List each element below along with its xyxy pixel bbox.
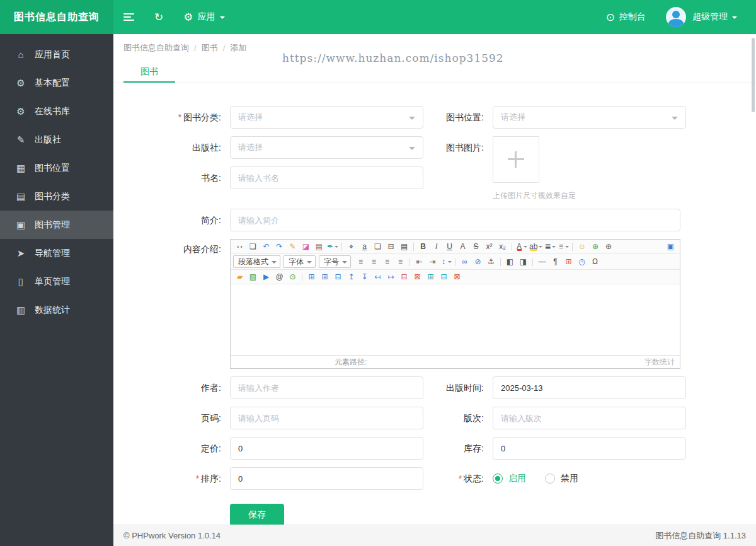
sidebar-item-page-management[interactable]: ▯ 单页管理 [0,267,113,296]
save-button[interactable]: 保存 [230,504,284,525]
category-select[interactable]: 请选择 [230,106,423,129]
scrollbar-thumb[interactable] [752,38,755,112]
image-icon[interactable]: ▧ [246,271,260,282]
breadcrumb-link[interactable]: 图书 [202,42,218,54]
eraser-icon[interactable]: ◪ [299,241,312,252]
intro-input[interactable] [230,209,680,231]
calendar-icon[interactable]: ⊞ [562,256,575,267]
link-icon[interactable]: ∞ [458,256,471,267]
table-prop-icon[interactable]: ⊞ [318,271,331,282]
media-icon[interactable]: ⊛ [588,241,602,252]
bold-icon[interactable]: B [416,241,430,252]
emoji-icon[interactable]: ☺ [575,241,588,252]
insert-col-left-icon[interactable]: ↤ [371,271,384,282]
pub-date-input[interactable] [493,376,686,399]
paragraph-icon[interactable]: ¶ [549,256,562,267]
attach-icon[interactable]: @ [273,271,286,282]
italic-icon[interactable]: I [430,241,443,252]
align-justify-icon[interactable]: ≡ [394,256,407,267]
align-right-icon[interactable]: ≡ [381,256,394,267]
pencil-icon[interactable]: ✎ [286,241,299,252]
sidebar-item-nav-management[interactable]: ➤ 导航管理 [0,239,113,267]
line-height-icon[interactable]: ↕ [439,256,452,267]
insert-row-above-icon[interactable]: ↥ [345,271,358,282]
book-name-input[interactable] [230,166,423,189]
remove-format-icon[interactable]: A [456,241,469,252]
unlink-icon[interactable]: ⊘ [471,256,484,267]
status-radio-enabled[interactable]: 启用 [493,473,526,484]
subscript-icon[interactable]: x₂ [496,241,509,252]
sidebar-item-online-library[interactable]: ⚙ 在线书库 [0,97,113,125]
zoom-icon[interactable]: ⊕ [602,241,615,252]
strikethrough-icon[interactable]: S [469,241,483,252]
clock-icon[interactable]: ◷ [575,256,588,267]
avatar[interactable] [666,7,686,27]
replace-icon[interactable]: a [358,241,371,252]
ordered-list-icon[interactable]: ≣ [543,241,556,252]
indent-icon[interactable]: ⇥ [426,256,439,267]
app-menu[interactable]: ⚙ 应用 [173,0,234,34]
sidebar-item-basic-config[interactable]: ⚙ 基本配置 [0,69,113,97]
omega-icon[interactable]: Ω [588,256,602,267]
editor-format-select[interactable]: 字体 [284,255,316,268]
flash-icon[interactable]: ▰ [233,271,246,282]
editor-format-select[interactable]: 字号 [319,255,351,268]
author-input[interactable] [230,376,423,399]
breadcrumb-link[interactable]: 添加 [230,42,246,54]
sidebar-item-home[interactable]: ⌂ 应用首页 [0,40,113,69]
refresh-button[interactable]: ↻ [144,0,173,34]
console-link[interactable]: ⊙ 控制台 [596,0,656,34]
hr-icon[interactable]: — [536,256,549,267]
image-right-icon[interactable]: ◨ [517,256,530,267]
insert-col-right-icon[interactable]: ↦ [384,271,398,282]
redo-icon[interactable]: ↷ [273,241,286,252]
preview-icon[interactable]: ❏ [246,241,260,252]
tab-book[interactable]: 图书 [123,62,175,83]
anchor-icon[interactable]: ⚓ [484,256,498,267]
sidebar-item-book-management[interactable]: ▣ 图书管理 [0,211,113,239]
sort-input[interactable] [230,467,423,490]
highlight-color-icon[interactable]: ab [528,241,543,252]
sidebar-item-publisher[interactable]: ✎ 出版社 [0,125,113,154]
fullscreen-icon[interactable]: ▣ [664,241,677,252]
superscript-icon[interactable]: x² [483,241,496,252]
outdent-icon[interactable]: ⇤ [413,256,426,267]
sidebar-item-statistics[interactable]: ▥ 数据统计 [0,296,113,324]
format-brush-icon[interactable]: ✒ [326,241,339,252]
publisher-select[interactable]: 请选择 [230,136,423,159]
unordered-list-icon[interactable]: ≡ [556,241,570,252]
breadcrumb-link[interactable]: 图书信息自助查询 [123,42,189,54]
price-input[interactable] [230,437,423,460]
collapse-sidebar-button[interactable] [113,0,144,34]
table-icon[interactable]: ⊞ [305,271,318,282]
sidebar-item-book-location[interactable]: ▦ 图书位置 [0,154,113,182]
delete-table-icon[interactable]: ⊠ [450,271,464,282]
insert-row-below-icon[interactable]: ↧ [358,271,371,282]
page2-icon[interactable]: ❏ [371,241,384,252]
image-left-icon[interactable]: ◧ [503,256,517,267]
admin-menu[interactable]: 超级管理 [692,0,747,34]
print-icon[interactable]: ⊟ [384,241,398,252]
stock-input[interactable] [493,437,686,460]
template-icon[interactable]: ▤ [398,241,411,252]
paste-icon[interactable]: ▤ [312,241,326,252]
editor-body[interactable] [231,284,680,355]
edition-input[interactable] [493,407,686,429]
find-icon[interactable]: ⌖ [345,241,358,252]
editor-format-select[interactable]: 段落格式 [233,255,280,268]
location-select[interactable]: 请选择 [493,106,686,129]
sidebar-item-book-category[interactable]: ▤ 图书分类 [0,182,113,211]
text-color-icon[interactable]: A [515,241,528,252]
map-icon[interactable]: ⊙ [286,271,299,282]
app-logo[interactable]: 图书信息自助查询 [0,0,113,34]
align-left-icon[interactable]: ≡ [354,256,367,267]
html-source-icon[interactable]: ‹› [233,241,246,252]
underline-icon[interactable]: U [443,241,456,252]
pages-input[interactable] [230,407,423,429]
delete-row-icon[interactable]: ⊟ [398,271,411,282]
status-radio-disabled[interactable]: 禁用 [545,473,578,484]
split-cells-icon[interactable]: ⊟ [437,271,450,282]
video-icon[interactable]: ▶ [260,271,273,282]
merge-cells-icon[interactable]: ⊞ [424,271,437,282]
undo-icon[interactable]: ↶ [260,241,273,252]
